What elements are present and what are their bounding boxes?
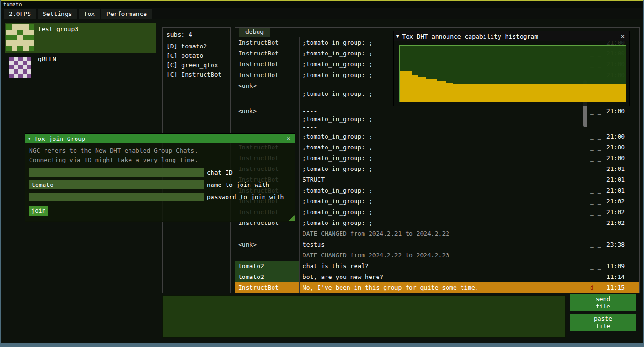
- avatar-cell: [23, 35, 29, 40]
- sidebar-item-green[interactable]: gREEN: [5, 54, 156, 83]
- message-row[interactable]: InstructBotNo, I've been in this group f…: [235, 282, 639, 293]
- join-button[interactable]: join: [29, 206, 48, 216]
- sender-name: <unk>: [235, 80, 300, 106]
- join-window-titlebar[interactable]: ▼ Tox join Group ×: [25, 134, 295, 143]
- message-time: 21:00: [604, 131, 626, 142]
- join-window-body: NGC refers to the New DHT enabled Group …: [25, 143, 295, 222]
- message-status: _ _: [587, 207, 604, 217]
- member-item[interactable]: [D] tomato2: [167, 42, 227, 51]
- histogram-window-body: [394, 41, 629, 106]
- histogram-window-titlebar[interactable]: ▼ Tox DHT announce capability histogram …: [394, 31, 629, 41]
- message-time: 21:00: [604, 153, 626, 163]
- join-field-row: chat ID: [29, 168, 291, 177]
- avatar-cell: [17, 40, 23, 46]
- message-status: _ _: [587, 239, 604, 250]
- message-row[interactable]: InstructBot;tomato_in_group: ;_ _21:00: [235, 153, 639, 163]
- message-text: ;tomato_in_group: ;: [300, 185, 587, 196]
- avatar-cell: [23, 69, 27, 74]
- chat-ID-input[interactable]: [29, 168, 204, 177]
- message-row[interactable]: InstructBot;tomato_in_group: ;_ _21:00: [235, 131, 639, 142]
- message-row[interactable]: InstructBot;tomato_in_group: ;_ _21:01: [235, 163, 639, 174]
- message-status: [587, 228, 604, 239]
- sidebar-item-test_group3[interactable]: test_group3: [5, 23, 156, 53]
- member-item[interactable]: [C] InstructBot: [167, 70, 227, 79]
- message-row[interactable]: InstructBot;tomato_in_group: ;_ _21:00: [235, 142, 639, 153]
- group-name: test_group3: [38, 23, 78, 53]
- message-status: d: [587, 282, 604, 293]
- window-titlebar[interactable]: tomato: [1, 1, 643, 8]
- avatar-cell: [23, 24, 29, 30]
- message-time: 21:01: [604, 185, 626, 196]
- avatar-cell: [17, 35, 23, 40]
- message-row[interactable]: <unk>testus_ _23:38: [235, 239, 639, 250]
- message-text: ;tomato_in_group: ;: [300, 142, 587, 153]
- avatar-cell: [18, 74, 23, 78]
- sender-name: [235, 250, 300, 261]
- collapse-arrow-icon[interactable]: ▼: [28, 136, 30, 141]
- histogram-bar: [437, 81, 446, 102]
- avatar-cell: [12, 35, 17, 40]
- paste-file-button[interactable]: paste file: [570, 314, 636, 331]
- menu-item-settings[interactable]: Settings: [38, 9, 77, 19]
- message-text: STRUCT: [300, 174, 587, 185]
- message-row[interactable]: InstructBot;tomato_in_group: ;_ _21:02: [235, 196, 639, 207]
- histogram-bar: [400, 71, 412, 102]
- message-text: ;tomato_in_group: ;: [300, 217, 587, 228]
- message-time: 21:01: [604, 163, 626, 174]
- group-name: gREEN: [38, 54, 56, 83]
- message-row[interactable]: InstructBot;tomato_in_group: ;_ _21:02: [235, 217, 639, 228]
- message-status: _ _: [587, 174, 604, 185]
- message-row[interactable]: InstructBot;tomato_in_group: ;_ _21:01: [235, 185, 639, 196]
- histogram-bar: [412, 75, 418, 102]
- date-separator-row[interactable]: DATE CHANGED from 2024.2.22 to 2024.2.23: [235, 250, 639, 261]
- histogram-bar: [446, 83, 453, 102]
- message-row[interactable]: tomato2bot, are you new here?_ _11:14: [235, 271, 639, 282]
- message-row[interactable]: <unk>---- ;tomato_in_group: ; ----_ _21:…: [235, 106, 639, 131]
- menu-item-tox[interactable]: Tox: [79, 9, 100, 19]
- avatar-cell: [9, 74, 14, 78]
- close-icon[interactable]: ×: [619, 32, 627, 40]
- date-separator-row[interactable]: DATE CHANGED from 2024.2.21 to 2024.2.22: [235, 228, 639, 239]
- message-time: 11:09: [604, 261, 626, 271]
- message-time: 21:02: [604, 196, 626, 207]
- message-status: _ _: [587, 131, 604, 142]
- message-time: 21:02: [604, 217, 626, 228]
- message-row[interactable]: InstructBot;tomato_in_group: ;_ _21:02: [235, 207, 639, 217]
- message-status: [587, 250, 604, 261]
- message-text: ;tomato_in_group: ;: [300, 207, 587, 217]
- avatar-cell: [14, 65, 18, 69]
- message-time: 21:00: [604, 142, 626, 153]
- avatar-cell: [17, 30, 23, 35]
- sender-name: <unk>: [235, 106, 300, 131]
- member-item[interactable]: [C] potato: [167, 51, 227, 61]
- avatar-cell: [27, 65, 31, 69]
- field-label: chat ID: [207, 169, 233, 176]
- message-row[interactable]: tomato2chat is this real?_ _11:09: [235, 261, 639, 271]
- member-item[interactable]: [C] green_qtox: [167, 61, 227, 70]
- avatar-cell: [29, 24, 34, 30]
- collapse-arrow-icon[interactable]: ▼: [396, 34, 399, 39]
- message-text: chat is this real?: [300, 261, 587, 271]
- message-status: _ _: [587, 142, 604, 153]
- resize-grip[interactable]: [288, 215, 295, 221]
- close-icon[interactable]: ×: [285, 135, 292, 142]
- send-file-button[interactable]: send file: [570, 294, 636, 311]
- message-text: No, I've been in this group for quite so…: [300, 282, 587, 293]
- name-to-join-with-input[interactable]: [29, 180, 204, 189]
- password-to-join-with-input[interactable]: [29, 193, 204, 201]
- message-text: ;tomato_in_group: ;: [300, 163, 587, 174]
- menu-item-performance[interactable]: Performance: [101, 9, 152, 19]
- avatar-cell: [12, 24, 17, 30]
- message-status: _ _: [587, 106, 604, 131]
- subs-count: subs: 4: [167, 31, 227, 38]
- fps-indicator: 2.0FPS: [4, 9, 36, 19]
- field-label: name to join with: [207, 181, 269, 188]
- group-avatar-test_group3: [6, 24, 34, 51]
- avatar-cell: [23, 61, 27, 65]
- message-row[interactable]: InstructBotSTRUCT_ _21:01: [235, 174, 639, 185]
- chat-message-input[interactable]: [162, 295, 566, 338]
- sender-name: [235, 228, 300, 239]
- tab-debug[interactable]: debug: [239, 28, 270, 37]
- histogram-bar: [418, 77, 426, 102]
- join-group-window: ▼ Tox join Group × NGC refers to the New…: [25, 133, 295, 222]
